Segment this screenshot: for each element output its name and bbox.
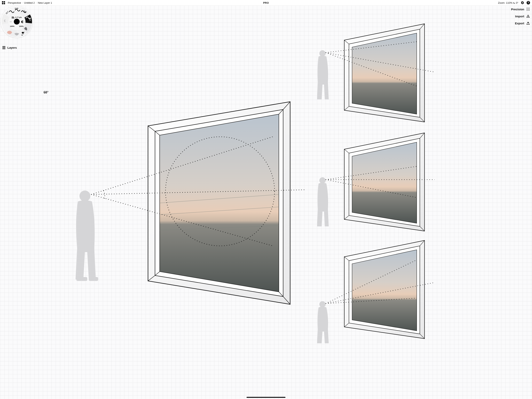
pressure-icon: 〰 [10, 21, 12, 23]
tool-wheel[interactable]: 12.7 2.16 .744 3.77 6.79 3.77 pts 〰 100%… [1, 6, 33, 38]
chevron-right-icon: › [22, 1, 23, 4]
canvas[interactable]: 60° [0, 6, 266, 200]
wheel-seg-label: 2.16 [15, 7, 18, 9]
opacity-right-label: 100% [19, 25, 24, 27]
breadcrumb-item-0[interactable]: Perspective [8, 1, 21, 4]
layers-label: Layers [7, 46, 17, 49]
svg-point-28 [79, 191, 90, 200]
pro-badge[interactable]: PRO [263, 1, 266, 4]
silhouette-main [76, 191, 98, 200]
breadcrumb-item-2[interactable]: New Layer 1 [38, 1, 52, 4]
topbar: Perspective › Untitled 2 › New Layer 1 P… [0, 0, 266, 6]
stroke-size-label: 3.77 pts [15, 16, 22, 18]
gallery-icon[interactable] [2, 1, 5, 4]
angle-annotation: 60° [44, 90, 49, 95]
color-swatch[interactable] [14, 19, 20, 25]
breadcrumb-item-1[interactable]: Untitled 2 [24, 1, 35, 4]
stroke-width-icon [12, 17, 14, 18]
contrast-icon[interactable] [21, 20, 24, 23]
tool-wheel-center[interactable]: 3.77 pts 〰 100% 100% [8, 13, 25, 31]
layers-icon [2, 46, 6, 49]
chevron-right-icon: › [36, 1, 37, 4]
frame-main [148, 102, 266, 200]
layers-button[interactable]: Layers [2, 46, 17, 49]
opacity-left-label: 100% [10, 25, 14, 27]
